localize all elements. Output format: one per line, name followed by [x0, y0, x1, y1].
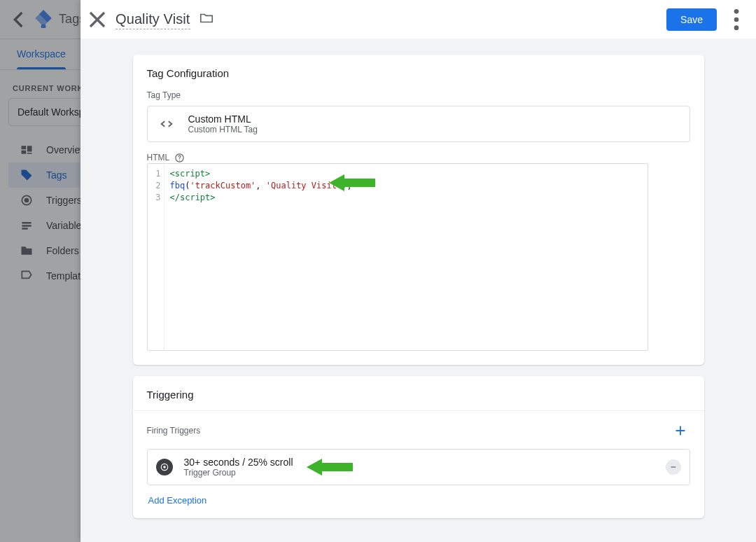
code-gutter: 1 2 3	[148, 164, 164, 350]
html-code-editor[interactable]: 1 2 3 <script> fbq('trackCustom', 'Quali…	[147, 163, 648, 351]
more-icon[interactable]	[722, 6, 750, 34]
tag-name-input[interactable]: Quality Visit	[115, 10, 190, 29]
panel-header: Quality Visit Save	[80, 0, 756, 39]
tag-type-name: Custom HTML	[188, 113, 258, 125]
save-button[interactable]: Save	[666, 8, 717, 31]
trigger-type: Trigger Group	[184, 468, 293, 478]
add-trigger-button[interactable]	[671, 421, 690, 440]
close-icon[interactable]	[83, 6, 111, 34]
add-exception-link[interactable]: Add Exception	[148, 495, 207, 506]
remove-trigger-button[interactable]	[666, 459, 681, 475]
triggering-heading: Triggering	[147, 389, 690, 401]
svg-point-7	[179, 160, 180, 160]
tag-config-heading: Tag Configuration	[147, 67, 690, 79]
tag-editor-panel: Quality Visit Save Tag Configuration Tag…	[80, 0, 756, 542]
help-icon[interactable]	[174, 152, 185, 163]
tag-type-selector[interactable]: Custom HTML Custom HTML Tag	[147, 106, 690, 142]
tag-type-sub: Custom HTML Tag	[188, 125, 258, 134]
folder-outline-icon[interactable]	[199, 11, 214, 29]
overlay-scrim[interactable]	[0, 0, 80, 542]
firing-triggers-label: Firing Triggers	[147, 426, 201, 436]
trigger-group-icon	[156, 459, 173, 475]
svg-point-4	[734, 17, 739, 22]
svg-point-3	[734, 9, 739, 14]
code-content[interactable]: <script> fbq('trackCustom', 'Quality Vis…	[164, 164, 648, 350]
svg-point-10	[163, 466, 166, 468]
trigger-name: 30+ seconds / 25% scroll	[184, 457, 293, 468]
svg-point-5	[734, 25, 739, 30]
tag-config-card: Tag Configuration Tag Type Custom HTML C…	[133, 55, 704, 365]
trigger-row[interactable]: 30+ seconds / 25% scroll Trigger Group	[147, 449, 690, 485]
tag-type-label: Tag Type	[147, 90, 690, 100]
html-field-label: HTML	[147, 153, 170, 162]
triggering-card: Triggering Firing Triggers 30+ seconds /…	[133, 376, 704, 518]
code-icon	[156, 113, 177, 134]
